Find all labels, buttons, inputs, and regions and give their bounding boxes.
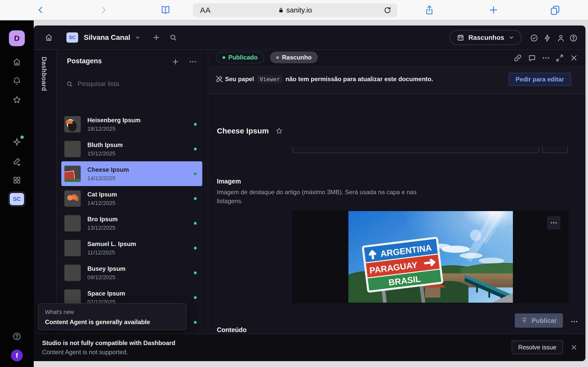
post-list-item[interactable]: Busey Ipsum09/12/2025 <box>61 260 202 285</box>
list-more-icon[interactable] <box>189 58 197 66</box>
workspace-badge-text: SC <box>13 196 21 202</box>
image-field[interactable]: ARGENTINA PARAGUAY BRASIL <box>292 211 569 303</box>
workspace-sc-badge[interactable]: SC <box>10 193 24 205</box>
perspective-label: Rascunhos <box>468 34 504 42</box>
document-menu-icon[interactable] <box>542 54 550 62</box>
post-list-item-selected[interactable]: Cheese Ipsum14/12/2025 <box>61 161 202 186</box>
list-search-input[interactable] <box>78 80 185 88</box>
post-thumbnail <box>64 265 81 281</box>
apps-grid-icon[interactable] <box>13 176 21 185</box>
studio-home-icon[interactable] <box>44 33 53 42</box>
edit-off-icon <box>215 75 224 84</box>
favorite-star-icon[interactable] <box>275 127 283 135</box>
published-dot <box>194 321 197 324</box>
post-title: Heisenberg Ipsum <box>87 116 140 124</box>
post-title: Samuel L. Ipsum <box>87 240 136 248</box>
compose-pencil-icon[interactable] <box>12 156 22 166</box>
toast-message: Content Agent is generally available <box>45 319 179 326</box>
dashboard-app-badge[interactable]: D <box>9 30 25 46</box>
post-thumbnail <box>64 240 81 256</box>
toast-eyebrow: What's new <box>45 309 179 315</box>
post-date: 13/12/2025 <box>87 225 118 231</box>
dashboard-rail-label: Dashboard <box>40 57 48 91</box>
perspective-selector[interactable]: Rascunhos <box>450 30 522 45</box>
post-date: 14/12/2025 <box>87 200 117 206</box>
tab-label: Publicado <box>228 54 258 61</box>
notifications-bell-icon[interactable] <box>12 76 21 85</box>
sanity-studio: SC Silvana Canal Rascunhos <box>34 26 585 361</box>
permission-banner: Seu papel Viewer não tem permissão para … <box>209 65 585 94</box>
compatibility-close-icon[interactable] <box>570 344 578 351</box>
ai-sparkle-icon[interactable] <box>12 137 22 148</box>
tab-publicado[interactable]: Publicado <box>216 52 264 63</box>
post-date: 18/12/2025 <box>87 126 140 132</box>
post-list-item[interactable]: Bluth Ipsum15/12/2025 <box>61 137 202 161</box>
tasks-check-circle-icon[interactable] <box>530 34 538 42</box>
members-person-icon[interactable] <box>556 34 565 42</box>
post-list-item[interactable]: Bro Ipsum13/12/2025 <box>61 211 202 236</box>
published-dot <box>194 271 197 274</box>
permission-message: Seu papel Viewer não tem permissão para … <box>225 75 433 83</box>
title-input-clipped[interactable] <box>292 146 539 153</box>
close-icon[interactable] <box>570 54 578 62</box>
post-list-item[interactable]: Heisenberg Ipsum18/12/2025 <box>61 112 202 137</box>
post-list-item[interactable]: Cat Ipsum14/12/2025 <box>61 186 202 211</box>
share-icon[interactable] <box>425 5 434 15</box>
releases-zap-icon[interactable] <box>543 34 552 42</box>
favorites-star-icon[interactable] <box>12 95 21 104</box>
post-date: 09/12/2025 <box>87 274 125 281</box>
list-add-icon[interactable] <box>171 58 180 66</box>
publish-icon <box>521 317 528 324</box>
global-sidebar: D SC f <box>0 20 34 367</box>
reading-list-icon[interactable] <box>160 5 171 15</box>
tab-rascunho[interactable]: Rascunho <box>270 52 318 63</box>
publish-more-icon[interactable] <box>570 317 578 326</box>
whats-new-toast[interactable]: What's new Content Agent is generally av… <box>38 303 186 330</box>
search-icon[interactable] <box>169 33 177 42</box>
publish-button[interactable]: Publicar <box>515 313 563 328</box>
tab-label: Rascunho <box>282 54 312 61</box>
field-action-clipped[interactable] <box>542 146 568 153</box>
resolve-issue-button[interactable]: Resolve issue <box>512 340 563 354</box>
tabs-overview-icon[interactable] <box>550 5 560 15</box>
help-icon[interactable] <box>12 332 21 341</box>
expand-icon[interactable] <box>555 54 564 62</box>
image-field-label: Imagem <box>217 178 241 185</box>
draft-status-dot <box>276 56 279 59</box>
post-date: 14/12/2025 <box>87 175 129 182</box>
home-icon[interactable] <box>12 57 21 67</box>
workspace-chip-text: SC <box>69 35 76 40</box>
resolve-issue-label: Resolve issue <box>518 344 556 351</box>
workspace-name[interactable]: Silvana Canal <box>84 33 130 42</box>
post-date: 15/12/2025 <box>87 150 123 157</box>
permission-prefix: Seu papel <box>225 76 254 83</box>
compatibility-title: Studio is not fully compatible with Dash… <box>42 339 175 347</box>
reload-icon[interactable] <box>383 6 392 14</box>
new-tab-icon[interactable] <box>488 5 499 15</box>
dashboard-rail[interactable]: Dashboard <box>34 50 57 333</box>
forward-icon[interactable] <box>99 6 108 14</box>
published-dot <box>194 148 197 150</box>
user-avatar[interactable]: f <box>11 350 23 361</box>
address-bar[interactable]: AA sanity.io <box>193 3 397 17</box>
back-icon[interactable] <box>36 6 45 14</box>
post-title: Space Ipsum <box>87 290 125 297</box>
list-search[interactable] <box>66 80 199 88</box>
studio-help-icon[interactable] <box>569 34 578 42</box>
post-list-item[interactable]: Samuel L. Ipsum11/12/2025 <box>61 236 202 260</box>
posts-list-panel: Postagens Heisenberg Ipsum18/12/2025 <box>57 50 208 333</box>
request-edit-button[interactable]: Pedir para editar <box>509 73 571 86</box>
published-dot <box>194 123 197 126</box>
post-thumbnail <box>64 190 81 207</box>
post-thumbnail <box>64 215 81 231</box>
document-editor-pane: Publicado Rascunho <box>209 50 585 333</box>
role-chip: Viewer <box>257 75 282 83</box>
new-document-plus-icon[interactable] <box>152 33 160 42</box>
request-edit-label: Pedir para editar <box>516 76 564 83</box>
comments-icon[interactable] <box>528 54 536 62</box>
reader-text-size-button[interactable]: AA <box>200 6 211 15</box>
workspace-chip[interactable]: SC <box>66 32 78 43</box>
image-menu-icon[interactable] <box>547 216 560 229</box>
workspace-chevron-down-icon[interactable] <box>134 34 141 41</box>
copy-link-icon[interactable] <box>513 54 522 62</box>
